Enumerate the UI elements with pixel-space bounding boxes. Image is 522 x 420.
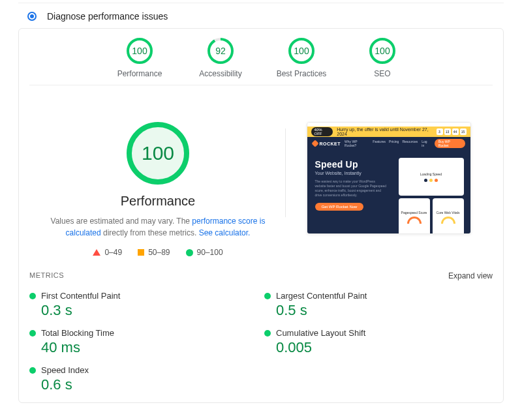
nav-link: Pricing xyxy=(389,140,399,147)
pass-dot-icon xyxy=(29,367,36,374)
legend-avg: 50–89 xyxy=(138,248,170,257)
metric-label: Total Blocking Time xyxy=(41,328,114,338)
gauge-label: Performance xyxy=(117,69,162,78)
gauge-seo[interactable]: 100 SEO xyxy=(355,38,410,78)
metric-lcp[interactable]: Largest Contentful Paint 0.5 s xyxy=(264,286,493,323)
metrics-title: METRICS xyxy=(29,271,64,280)
nav-link: Features xyxy=(373,140,386,147)
see-calculator-link[interactable]: See calculator. xyxy=(199,228,251,237)
screenshot-nav: ROCKET Why WP Rocket? Features Pricing R… xyxy=(307,137,470,150)
screenshot-body: The easiest way to make your WordPress w… xyxy=(315,179,387,198)
screenshot-sub: Your Website, Instantly xyxy=(315,171,393,175)
nav-link: Resources xyxy=(402,140,418,147)
card-label: Core Web Vitals xyxy=(437,211,460,215)
countdown-cell: 15 xyxy=(460,128,467,135)
gauge-ring-icon: 100 xyxy=(127,38,153,64)
disclaimer-text: Values are estimated and may vary. The p… xyxy=(50,215,266,239)
circle-icon xyxy=(186,249,193,256)
legend-pass: 90–100 xyxy=(186,248,223,257)
legend-fail-range: 0–49 xyxy=(104,248,122,257)
score-legend: 0–49 50–89 90–100 xyxy=(93,248,223,257)
metric-label: Largest Contentful Paint xyxy=(276,291,367,301)
page-screenshot: 40% OFF Hurry up, the offer is valid unt… xyxy=(307,122,471,234)
metric-fcp[interactable]: First Contentful Paint 0.3 s xyxy=(29,286,258,323)
banner-text: Hurry up, the offer is valid until Novem… xyxy=(337,127,432,136)
gauge-mini-icon xyxy=(441,217,455,224)
metrics-grid: First Contentful Paint 0.3 s Largest Con… xyxy=(19,286,503,397)
hero-row: 100 Performance Values are estimated and… xyxy=(19,85,503,257)
gauge-label: SEO xyxy=(374,69,390,78)
gauge-best-practices[interactable]: 100 Best Practices xyxy=(274,38,329,78)
screenshot-cta: Get WP Rocket Now xyxy=(315,203,364,211)
countdown-cell: 13 xyxy=(444,128,451,135)
nav-link: Why WP Rocket? xyxy=(345,140,369,147)
section-title: Diagnose performance issues xyxy=(47,11,168,22)
gauge-label: Accessibility xyxy=(199,69,241,78)
buy-button-mini: Buy WP Rocket xyxy=(435,139,465,148)
metric-value: 0.5 s xyxy=(264,302,493,319)
metric-value: 40 ms xyxy=(29,339,258,356)
card-label: Loading Speed xyxy=(420,172,442,176)
hero-left: 100 Performance Values are estimated and… xyxy=(31,102,285,257)
disclaimer-mid: directly from these metrics. xyxy=(101,228,199,237)
hero-right: 40% OFF Hurry up, the offer is valid unt… xyxy=(286,102,491,234)
gauge-ring-icon: 100 xyxy=(288,38,315,64)
screenshot-banner: 40% OFF Hurry up, the offer is valid unt… xyxy=(307,127,470,137)
brand-name: ROCKET xyxy=(320,142,341,146)
screenshot-h1: Speed Up xyxy=(315,159,393,170)
metric-value: 0.6 s xyxy=(29,376,258,393)
metrics-header: METRICS Expand view xyxy=(19,257,503,286)
big-gauge-label: Performance xyxy=(121,194,196,209)
expand-view-button[interactable]: Expand view xyxy=(448,271,493,280)
pass-dot-icon xyxy=(264,330,271,337)
gauge-score: 100 xyxy=(132,46,147,56)
countdown-cell: 44 xyxy=(452,128,459,135)
gauge-ring-icon: 100 xyxy=(369,38,395,64)
legend-pass-range: 90–100 xyxy=(197,248,223,257)
metric-si[interactable]: Speed Index 0.6 s xyxy=(29,360,258,397)
gauge-performance[interactable]: 100 Performance xyxy=(112,38,167,78)
login-text: Log in xyxy=(422,140,431,147)
legend-fail: 0–49 xyxy=(93,248,122,257)
brand-logo-icon: ROCKET xyxy=(313,141,341,146)
screenshot-nav-links: Why WP Rocket? Features Pricing Resource… xyxy=(345,140,418,147)
metric-value: 0.3 s xyxy=(29,302,258,319)
gauge-mini-icon xyxy=(407,217,422,224)
big-gauge-icon: 100 xyxy=(127,122,189,185)
gauges-row: 100 Performance 92 Accessibility 100 Bes… xyxy=(19,29,503,85)
legend-avg-range: 50–89 xyxy=(148,248,170,257)
pass-dot-icon xyxy=(264,293,271,299)
rocket-icon xyxy=(311,140,318,147)
countdown-icon: 3 13 44 15 xyxy=(437,128,467,135)
gauge-score: 100 xyxy=(375,46,390,56)
section-toggle[interactable]: Diagnose performance issues xyxy=(0,3,522,28)
metric-label: Speed Index xyxy=(41,365,89,375)
screenshot-hero: Speed Up Your Website, Instantly The eas… xyxy=(307,150,470,234)
card-top: Loading Speed xyxy=(399,158,464,196)
gauge-score: 92 xyxy=(215,46,226,56)
gauge-accessibility[interactable]: 92 Accessibility xyxy=(193,38,248,78)
countdown-cell: 3 xyxy=(437,128,443,135)
pass-dot-icon xyxy=(29,293,36,299)
disclaimer-pre: Values are estimated and may vary. The xyxy=(51,217,192,226)
big-gauge-score: 100 xyxy=(142,142,174,164)
dots-icon xyxy=(424,179,438,182)
performance-panel: 100 Performance 92 Accessibility 100 Bes… xyxy=(18,28,504,403)
metric-cls[interactable]: Cumulative Layout Shift 0.005 xyxy=(264,323,493,360)
banner-badge: 40% OFF xyxy=(311,127,333,136)
screenshot-cards: Loading Speed Pagespeed Score Core Web xyxy=(399,157,464,234)
square-icon xyxy=(138,249,144,256)
gauge-label: Best Practices xyxy=(277,69,327,78)
card-br: Core Web Vitals xyxy=(433,198,464,234)
metric-label: First Contentful Paint xyxy=(41,291,120,301)
pass-dot-icon xyxy=(29,330,36,337)
metric-value: 0.005 xyxy=(264,339,493,356)
card-label: Pagespeed Score xyxy=(401,211,427,215)
metric-label: Cumulative Layout Shift xyxy=(276,328,365,338)
triangle-icon xyxy=(93,249,100,256)
card-bl: Pagespeed Score xyxy=(399,198,430,234)
gauge-score: 100 xyxy=(294,46,309,56)
radio-icon xyxy=(27,12,37,21)
gauge-ring-icon: 92 xyxy=(207,38,234,64)
metric-tbt[interactable]: Total Blocking Time 40 ms xyxy=(29,323,258,360)
